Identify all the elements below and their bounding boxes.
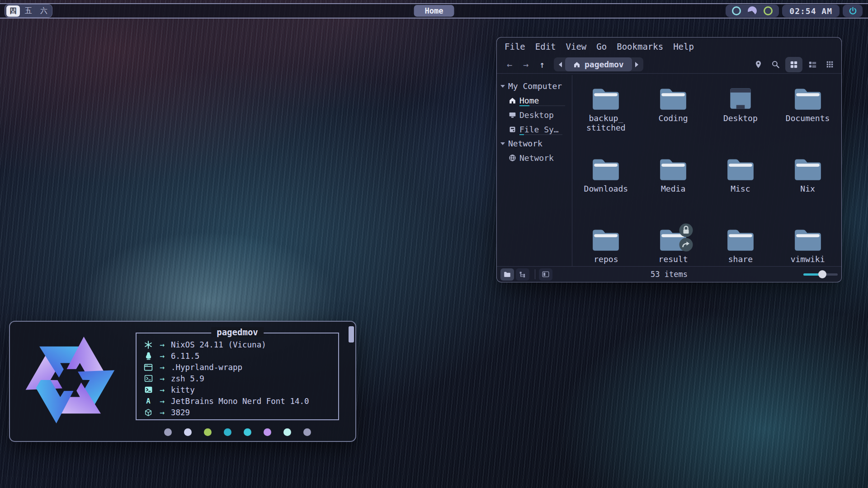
- folder-icon: [793, 86, 823, 110]
- terminal-color-palette: [136, 428, 339, 436]
- collapse-triangle-icon: [500, 142, 505, 145]
- sidebar-item-desktop[interactable]: Desktop: [497, 108, 572, 122]
- forward-button[interactable]: →: [518, 59, 534, 70]
- nix-icon: [143, 340, 154, 349]
- shell-icon: [143, 375, 154, 382]
- list-view-button[interactable]: [805, 57, 820, 72]
- folder-icon: [591, 227, 621, 251]
- sidebar-section-network[interactable]: Network: [497, 136, 572, 150]
- status-bar: 53 items: [497, 266, 841, 282]
- path-segment-home[interactable]: pagedmov: [565, 57, 632, 71]
- desktop-folder-icon: [726, 86, 755, 110]
- show-places-button[interactable]: [500, 268, 514, 281]
- sidebar-section-my-computer[interactable]: My Computer: [497, 79, 572, 93]
- file-item[interactable]: Media: [640, 156, 707, 227]
- file-manager-body: My Computer Home Desktop File Sy… Networ…: [497, 74, 841, 266]
- symlink-emblem-icon: [679, 238, 693, 252]
- toggle-side-pane-button[interactable]: [539, 268, 552, 281]
- toolbar-right-icons: [751, 57, 837, 72]
- fastfetch-row-font: A → JetBrains Mono Nerd Font 14.0: [143, 395, 338, 407]
- menu-bookmarks[interactable]: Bookmarks: [612, 42, 668, 52]
- workspace-6[interactable]: 六: [37, 5, 51, 17]
- statusbar-separator: [535, 269, 535, 279]
- file-item[interactable]: Desktop: [707, 86, 774, 156]
- sidebar-item-file-system[interactable]: File Sy…: [497, 122, 572, 136]
- palette-dot: [303, 428, 311, 436]
- topbar-right-cluster: 02:54 AM: [726, 5, 863, 17]
- fastfetch-row-terminal: → kitty: [143, 384, 338, 395]
- workspace-4[interactable]: 四: [6, 5, 20, 17]
- top-bar: 四 五 六 Home 02:54 AM: [0, 3, 868, 19]
- location-pin-button[interactable]: [751, 57, 765, 72]
- power-button[interactable]: [843, 5, 863, 17]
- file-item[interactable]: backup_stitched: [572, 86, 640, 156]
- svg-text:A: A: [146, 397, 151, 405]
- path-bar: pagedmov: [554, 57, 643, 71]
- palette-dot: [184, 428, 192, 436]
- workspace-switcher: 四 五 六: [5, 4, 52, 18]
- folder-icon: [591, 156, 621, 181]
- menu-edit[interactable]: Edit: [530, 42, 561, 52]
- terminal-icon: [143, 386, 154, 394]
- disk-usage-icon: [748, 6, 757, 15]
- menu-file[interactable]: File: [500, 42, 530, 52]
- drive-icon: [509, 126, 516, 133]
- sidebar-item-network[interactable]: Network: [497, 150, 572, 165]
- active-window-title[interactable]: Home: [414, 5, 454, 17]
- file-item[interactable]: Downloads: [572, 156, 640, 227]
- file-item[interactable]: Documents: [774, 86, 841, 156]
- file-item[interactable]: result: [640, 227, 707, 266]
- collapse-triangle-icon: [500, 85, 505, 88]
- fastfetch-row-shell: → zsh 5.9: [143, 373, 338, 384]
- file-item[interactable]: Coding: [640, 86, 707, 156]
- slider-knob[interactable]: [818, 270, 826, 278]
- file-item[interactable]: repos: [572, 227, 640, 266]
- up-button[interactable]: ↑: [534, 59, 550, 70]
- show-tree-button[interactable]: [516, 268, 529, 281]
- palette-dot: [244, 428, 251, 436]
- search-button[interactable]: [768, 57, 783, 72]
- folder-icon: [793, 227, 823, 251]
- terminal-window: pagedmov → NixOS 24.11 (Vicuna) → 6.11.5: [9, 321, 356, 442]
- palette-dot: [204, 428, 212, 436]
- places-sidebar: My Computer Home Desktop File Sy… Networ…: [497, 74, 572, 266]
- clock[interactable]: 02:54 AM: [782, 5, 840, 17]
- workspace-5[interactable]: 五: [22, 5, 35, 17]
- zoom-slider[interactable]: [803, 270, 838, 279]
- tux-kernel-icon: [143, 352, 154, 360]
- file-item[interactable]: Misc: [707, 156, 774, 227]
- menu-help[interactable]: Help: [668, 42, 699, 52]
- folder-icon: [591, 86, 621, 110]
- back-button[interactable]: ←: [501, 59, 518, 70]
- menu-view[interactable]: View: [561, 42, 592, 52]
- path-scroll-right-icon[interactable]: [635, 62, 638, 67]
- compact-view-button[interactable]: [822, 57, 837, 72]
- file-grid: backup_stitched Coding Desktop Documents…: [572, 74, 841, 266]
- palette-dot: [283, 428, 291, 436]
- power-icon: [848, 6, 858, 16]
- file-manager-toolbar: ← → ↑ pagedmov: [497, 56, 841, 74]
- globe-icon: [509, 154, 516, 162]
- file-manager-menubar: File Edit View Go Bookmarks Help: [497, 38, 841, 56]
- palette-dot: [224, 428, 231, 436]
- home-icon: [573, 61, 580, 68]
- folder-icon: [793, 156, 823, 181]
- fastfetch-row-kernel: → 6.11.5: [143, 350, 338, 361]
- file-item[interactable]: share: [707, 227, 774, 266]
- window-manager-icon: [143, 363, 154, 371]
- fastfetch-row-wm: → .Hyprland-wrapp: [143, 361, 338, 373]
- path-scroll-left-icon[interactable]: [559, 62, 562, 67]
- folder-icon: [726, 227, 755, 251]
- icon-view-button[interactable]: [785, 57, 802, 72]
- terminal-scrollbar-thumb[interactable]: [349, 326, 354, 343]
- system-monitor-rings[interactable]: [726, 5, 779, 17]
- package-icon: [143, 408, 154, 417]
- home-icon: [509, 97, 516, 104]
- menu-go[interactable]: Go: [591, 42, 612, 52]
- sidebar-item-home[interactable]: Home: [497, 93, 572, 108]
- nixos-logo: [22, 332, 118, 428]
- file-item[interactable]: Nix: [774, 156, 841, 227]
- file-item[interactable]: vimwiki: [774, 227, 841, 266]
- desktop-icon: [509, 111, 516, 119]
- fastfetch-box: pagedmov → NixOS 24.11 (Vicuna) → 6.11.5: [136, 333, 339, 420]
